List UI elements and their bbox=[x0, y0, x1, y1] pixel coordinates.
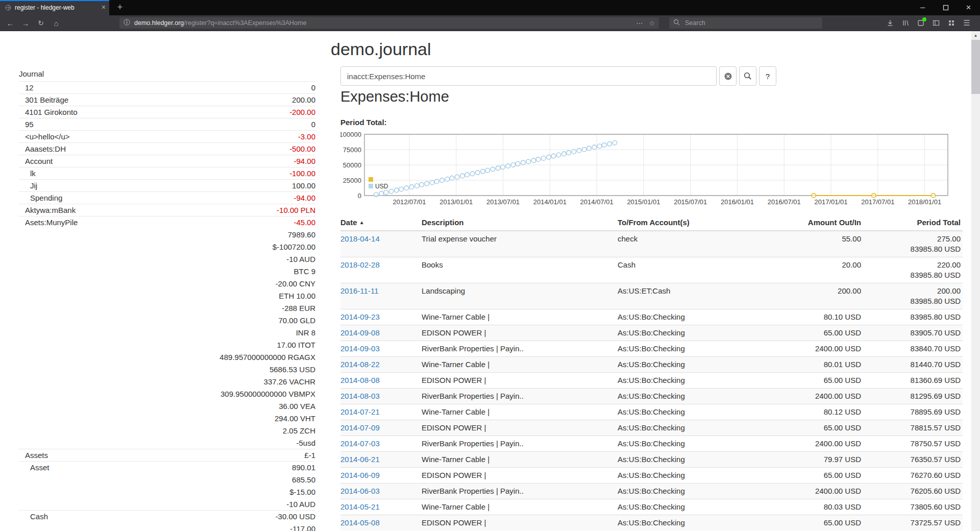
sidebar-account-row: 294.00 VHT bbox=[19, 412, 315, 424]
url-bar[interactable]: demo.hledger.org/register?q=inacct%3AExp… bbox=[119, 17, 659, 29]
submit-search-button[interactable] bbox=[739, 66, 756, 86]
account-balance: 2.05 ZCH bbox=[283, 425, 315, 437]
scrollbar-up-arrow[interactable]: ▲ bbox=[971, 31, 980, 40]
sidebar-account-row[interactable]: Aktywa:mBank-10.00 PLN bbox=[19, 204, 315, 216]
sidebar-toggle-icon[interactable] bbox=[930, 17, 942, 29]
browser-tab[interactable]: register - hledger-web × bbox=[0, 0, 109, 15]
cell-account: As:US:Bo:Checking bbox=[618, 436, 740, 452]
register-row: 2018-04-14Trial expense vouchercheck55.0… bbox=[340, 231, 963, 257]
account-link[interactable]: Asset bbox=[19, 462, 50, 473]
help-button[interactable]: ? bbox=[759, 66, 776, 86]
account-link[interactable]: Account bbox=[19, 155, 53, 167]
sidebar-account-row[interactable]: lk-100.00 bbox=[19, 167, 315, 179]
bookmark-star-icon[interactable]: ☆ bbox=[649, 19, 655, 27]
account-link[interactable]: Cash bbox=[19, 511, 48, 522]
account-link[interactable]: Aktywa:mBank bbox=[19, 204, 76, 216]
transaction-date-link[interactable]: 2014-07-03 bbox=[340, 439, 380, 448]
transaction-date-link[interactable]: 2014-09-03 bbox=[340, 344, 380, 353]
transaction-date-link[interactable]: 2016-11-11 bbox=[340, 286, 379, 295]
transaction-date-link[interactable]: 2014-06-09 bbox=[340, 471, 380, 479]
sidebar-account-row[interactable]: 950 bbox=[19, 118, 315, 130]
sidebar-account-row[interactable]: 120 bbox=[19, 81, 315, 93]
sidebar-account-row[interactable]: Spending-94.00 bbox=[19, 191, 315, 204]
sidebar-account-row[interactable]: Account-94.00 bbox=[19, 155, 315, 167]
browser-search-bar[interactable] bbox=[669, 17, 822, 29]
cell-amount: 65.00 USD bbox=[740, 420, 861, 436]
transaction-date-link[interactable]: 2014-07-09 bbox=[340, 423, 380, 432]
back-icon[interactable]: ← bbox=[4, 17, 16, 29]
account-balance: 100.00 bbox=[292, 180, 315, 191]
transaction-date-link[interactable]: 2014-08-22 bbox=[340, 360, 380, 369]
page-actions-icon[interactable]: ⋯ bbox=[636, 19, 643, 27]
window-close-button[interactable]: × bbox=[957, 0, 980, 15]
cell-account: As:US:Bo:Checking bbox=[618, 357, 740, 373]
extension-icon[interactable] bbox=[915, 17, 927, 29]
account-link[interactable]: 12 bbox=[19, 82, 34, 93]
apps-grid-icon[interactable] bbox=[945, 17, 958, 29]
sidebar-account-row[interactable]: Cash-30.00 USD bbox=[19, 510, 315, 522]
transaction-date-link[interactable]: 2014-05-21 bbox=[340, 502, 380, 511]
account-link[interactable]: 95 bbox=[19, 118, 34, 130]
transaction-date-link[interactable]: 2018-02-28 bbox=[340, 260, 380, 269]
account-link[interactable]: Spending bbox=[19, 192, 62, 204]
active-tab-indicator bbox=[0, 0, 109, 1]
sidebar-account-row[interactable]: 4101 Girokonto-200.00 bbox=[19, 106, 315, 118]
account-link[interactable]: Jij bbox=[19, 180, 37, 191]
account-balance: £-1 bbox=[304, 449, 315, 461]
transaction-date-link[interactable]: 2014-09-23 bbox=[340, 312, 380, 321]
sidebar-account-row[interactable]: Jij100.00 bbox=[19, 179, 315, 191]
journal-link[interactable]: Journal bbox=[19, 68, 315, 80]
menu-hamburger-icon[interactable]: ☰ bbox=[961, 17, 973, 29]
transaction-date-link[interactable]: 2014-06-21 bbox=[340, 455, 380, 464]
transaction-date-link[interactable]: 2014-05-08 bbox=[340, 518, 380, 527]
query-input[interactable] bbox=[340, 66, 717, 86]
account-balance: 0 bbox=[311, 118, 315, 130]
sidebar-account-row[interactable]: Aaasets:DH-500.00 bbox=[19, 142, 315, 155]
account-link[interactable]: Assets bbox=[19, 449, 48, 461]
sidebar-account-row[interactable]: Asets:MunyPile-45.00 bbox=[19, 216, 315, 228]
account-link[interactable]: Aaasets:DH bbox=[19, 143, 66, 155]
transaction-date-link[interactable]: 2014-06-03 bbox=[340, 487, 380, 495]
new-tab-button[interactable]: + bbox=[112, 0, 128, 15]
browser-search-input[interactable] bbox=[684, 19, 818, 27]
account-link[interactable]: <u>hello</u> bbox=[19, 131, 70, 142]
x-axis-tick-label: 2015/07/01 bbox=[674, 198, 707, 206]
account-link[interactable]: 4101 Girokonto bbox=[19, 106, 78, 118]
window-maximize-button[interactable] bbox=[934, 0, 957, 15]
site-info-icon[interactable] bbox=[124, 18, 130, 28]
transaction-date-link[interactable]: 2014-09-08 bbox=[340, 328, 380, 337]
account-link[interactable]: 301 Beiträge bbox=[19, 94, 68, 106]
scrollbar-thumb[interactable] bbox=[971, 40, 980, 94]
transaction-date-link[interactable]: 2014-08-08 bbox=[340, 376, 380, 384]
forward-icon[interactable]: → bbox=[19, 17, 32, 29]
cell-date: 2018-02-28 bbox=[340, 257, 422, 283]
sidebar-account-row[interactable]: Asset890.01 bbox=[19, 461, 315, 473]
account-link[interactable]: lk bbox=[19, 167, 36, 179]
register-row: 2014-08-03RiverBank Properties | Payin..… bbox=[340, 389, 963, 404]
tab-close-icon[interactable]: × bbox=[102, 3, 106, 11]
sidebar-account-row[interactable]: <u>hello</u>-3.00 bbox=[19, 130, 315, 142]
legend-swatch bbox=[369, 177, 373, 182]
cell-period-total: 220.0083985.80 USD bbox=[861, 257, 963, 283]
reload-icon[interactable]: ↻ bbox=[35, 17, 47, 29]
clear-query-button[interactable] bbox=[719, 66, 737, 86]
cell-amount: 65.00 USD bbox=[740, 325, 861, 341]
transaction-date-link[interactable]: 2018-04-14 bbox=[340, 234, 380, 243]
window-minimize-button[interactable]: ─ bbox=[911, 0, 934, 15]
account-link[interactable]: Asets:MunyPile bbox=[19, 216, 78, 228]
home-icon[interactable]: ⌂ bbox=[50, 17, 62, 29]
column-header-amount: Amount Out/In bbox=[740, 215, 861, 231]
legend-swatch bbox=[369, 184, 373, 188]
page-scrollbar[interactable]: ▲ bbox=[971, 31, 980, 531]
transaction-date-link[interactable]: 2014-07-21 bbox=[340, 407, 380, 416]
accounts-list: 120301 Beiträge200.004101 Girokonto-200.… bbox=[19, 81, 315, 531]
sidebar-account-row[interactable]: Assets£-1 bbox=[19, 449, 315, 461]
library-icon[interactable] bbox=[899, 17, 912, 29]
column-header-description: Description bbox=[422, 215, 618, 231]
transaction-date-link[interactable]: 2014-08-03 bbox=[340, 392, 380, 400]
sidebar-account-row[interactable]: 301 Beiträge200.00 bbox=[19, 93, 315, 106]
download-icon[interactable] bbox=[884, 17, 896, 29]
column-header-date[interactable]: Date ▲ bbox=[340, 215, 422, 231]
data-point bbox=[491, 167, 495, 172]
cell-date: 2014-06-21 bbox=[340, 452, 422, 468]
